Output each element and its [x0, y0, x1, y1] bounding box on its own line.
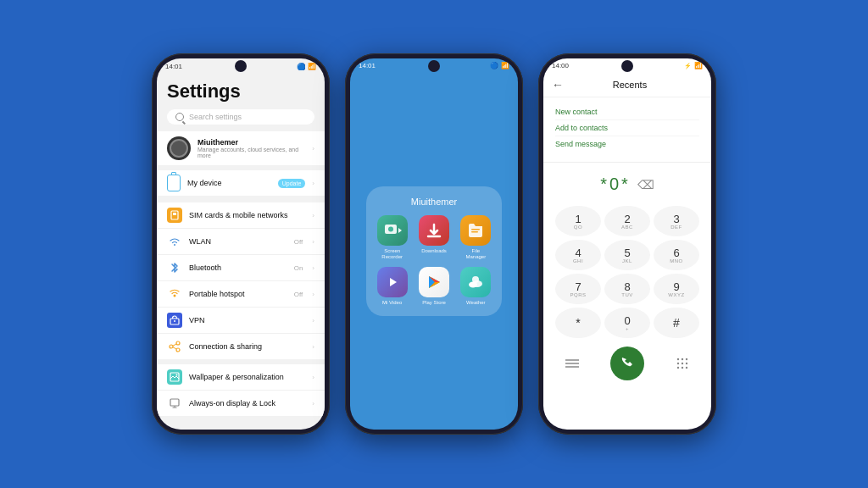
wifi-svg — [169, 236, 181, 247]
call-icon — [620, 356, 635, 371]
bt-svg — [170, 262, 180, 274]
dialpad-svg — [676, 358, 688, 369]
key-2[interactable]: 2 ABC — [604, 206, 650, 236]
key-hash[interactable]: # — [654, 308, 699, 338]
key-5-letters: JKL — [622, 258, 632, 263]
phone-dialer: 14:00 ⚡ 📶 ← Recents New contact Add to c… — [538, 53, 716, 435]
back-arrow-icon[interactable]: ← — [552, 78, 564, 92]
svg-point-3 — [174, 295, 176, 297]
settings-item-vpn[interactable]: VPN › — [157, 308, 325, 334]
svg-point-36 — [682, 367, 683, 369]
svg-rect-21 — [471, 231, 478, 233]
account-name: Miuithemer — [198, 138, 305, 147]
hotspot-label: Portable hotspot — [189, 290, 287, 298]
dialpad-icon[interactable] — [670, 352, 694, 375]
key-7-letters: PQRS — [570, 292, 586, 297]
app-screen-recorder[interactable]: ScreenRecorder — [375, 215, 409, 260]
app-downloads[interactable]: Downloads — [416, 215, 451, 260]
account-row[interactable]: Miuithemer Manage accounts, cloud servic… — [157, 131, 325, 165]
menu-icon[interactable] — [560, 352, 584, 375]
svg-point-8 — [176, 348, 180, 352]
dialer-signal: 📶 — [694, 62, 703, 69]
key-3[interactable]: 3 DEF — [654, 206, 699, 236]
key-0[interactable]: 0 + — [604, 308, 650, 338]
app-folder[interactable]: Miuithemer ScreenRecorder — [366, 186, 502, 317]
svg-point-31 — [686, 358, 687, 360]
status-time: 14:01 — [165, 63, 182, 70]
svg-point-37 — [686, 367, 687, 369]
battery-icon: ⚡ — [684, 63, 692, 69]
key-5-num: 5 — [624, 247, 630, 258]
key-0-letters: + — [626, 326, 629, 331]
dialer-time: 14:00 — [552, 62, 569, 69]
key-8-num: 8 — [624, 281, 630, 292]
hotspot-svg — [169, 288, 181, 300]
wlan-value: Off — [294, 238, 303, 246]
key-star[interactable]: * — [555, 308, 601, 338]
key-8[interactable]: 8 TUV — [604, 274, 650, 304]
settings-item-wallpaper[interactable]: Wallpaper & personalization › — [157, 364, 325, 391]
device-icon — [167, 175, 181, 191]
app-file-manager[interactable]: FileManager — [459, 215, 493, 260]
key-5[interactable]: 5 JKL — [604, 240, 650, 270]
key-7[interactable]: 7 PQRS — [555, 274, 601, 304]
app-play-store[interactable]: Play Store — [416, 267, 451, 306]
key-6[interactable]: 6 MNO — [654, 240, 699, 270]
connection-label: Connection & sharing — [189, 342, 305, 351]
key-star-sym: * — [576, 316, 580, 330]
search-placeholder: Search settings — [189, 113, 242, 121]
svg-point-5 — [174, 320, 175, 322]
app-weather[interactable]: Weather — [459, 267, 493, 306]
call-button[interactable] — [610, 347, 644, 380]
add-to-contacts-action[interactable]: Add to contacts — [555, 120, 699, 136]
account-desc: Manage accounts, cloud services, and mor… — [198, 147, 305, 158]
settings-item-bluetooth[interactable]: Bluetooth On › — [157, 255, 325, 281]
settings-item-sim[interactable]: SIM cards & mobile networks › — [157, 202, 325, 229]
settings-item-display[interactable]: Always-on display & Lock › — [157, 391, 325, 416]
device-row[interactable]: My device Update › — [157, 170, 325, 196]
svg-point-34 — [686, 363, 687, 364]
key-1[interactable]: 1 QO — [555, 206, 601, 236]
svg-rect-20 — [471, 229, 480, 230]
vpn-label: VPN — [189, 316, 305, 324]
phone-settings: 14:01 🔵 📶 Settings Search settings Miuit… — [152, 53, 330, 435]
divider — [543, 162, 711, 163]
dial-display: *0* ⌫ — [543, 166, 711, 202]
screen-recorder-label: ScreenRecorder — [381, 248, 403, 260]
status-icons: 🔵 📶 — [297, 62, 316, 70]
update-badge[interactable]: Update — [278, 179, 306, 188]
play-store-label: Play Store — [422, 300, 446, 306]
new-contact-action[interactable]: New contact — [555, 104, 699, 120]
send-message-action[interactable]: Send message — [555, 136, 699, 152]
wlan-label: WLAN — [189, 237, 287, 246]
svg-point-32 — [677, 363, 679, 364]
svg-point-7 — [176, 341, 180, 345]
settings-item-hotspot[interactable]: Portable hotspot Off › — [157, 281, 325, 308]
weather-label: Weather — [466, 300, 486, 306]
file-manager-icon — [460, 215, 491, 246]
settings-search-bar[interactable]: Search settings — [167, 109, 314, 125]
key-6-letters: MNO — [670, 258, 683, 263]
sim-icon — [167, 208, 182, 223]
contact-actions: New contact Add to contacts Send message — [543, 97, 711, 158]
screen-recorder-icon — [377, 215, 408, 246]
svg-point-33 — [682, 363, 683, 364]
wallpaper-label: Wallpaper & personalization — [189, 373, 305, 381]
bt-chevron: › — [312, 264, 314, 272]
backspace-icon[interactable]: ⌫ — [637, 178, 654, 191]
wallpaper-icon — [167, 369, 182, 385]
key-4[interactable]: 4 GHI — [555, 240, 601, 270]
key-9[interactable]: 9 WXYZ — [654, 274, 699, 304]
settings-item-wlan[interactable]: WLAN Off › — [157, 229, 325, 255]
file-manager-label: FileManager — [465, 248, 486, 260]
display-icon — [167, 396, 182, 411]
key-4-letters: GHI — [573, 258, 583, 263]
launcher-status-icons: 🔵 📶 — [490, 62, 509, 69]
app-mi-video[interactable]: Mi Video — [375, 267, 409, 306]
display-chevron: › — [312, 400, 314, 408]
account-chevron: › — [312, 145, 314, 152]
device-label: My device — [187, 179, 271, 187]
settings-item-connection[interactable]: Connection & sharing › — [157, 334, 325, 359]
sim-chevron: › — [312, 212, 314, 219]
keypad: 1 QO 2 ABC 3 DEF 4 GHI 5 JKL 6 MNO — [543, 202, 711, 341]
